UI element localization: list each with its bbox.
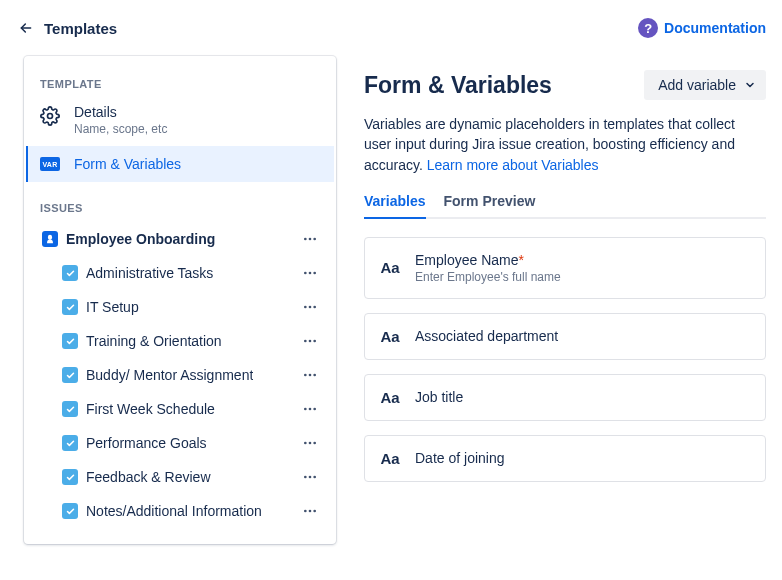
- task-icon: [62, 299, 78, 315]
- arrow-left-icon: [18, 20, 34, 36]
- svg-point-2: [304, 238, 307, 241]
- svg-point-13: [313, 340, 316, 343]
- text-type-icon: Aa: [379, 328, 401, 345]
- text-type-icon: Aa: [379, 259, 401, 276]
- task-icon: [62, 503, 78, 519]
- variable-card[interactable]: Aa Date of joining: [364, 435, 766, 482]
- more-horizontal-icon: [302, 503, 318, 519]
- svg-point-21: [309, 442, 312, 445]
- page-title: Templates: [44, 20, 117, 37]
- variable-card[interactable]: Aa Job title: [364, 374, 766, 421]
- variable-card[interactable]: Aa Associated department: [364, 313, 766, 360]
- svg-point-4: [313, 238, 316, 241]
- issue-child[interactable]: Performance Goals: [34, 426, 326, 460]
- variable-label: Job title: [415, 389, 463, 405]
- issue-parent[interactable]: Employee Onboarding: [34, 222, 326, 256]
- gear-icon: [40, 106, 60, 126]
- issue-child-label: Performance Goals: [86, 435, 207, 451]
- issue-child[interactable]: IT Setup: [34, 290, 326, 324]
- issue-parent-label: Employee Onboarding: [66, 231, 215, 247]
- issue-child-label: Notes/Additional Information: [86, 503, 262, 519]
- documentation-label: Documentation: [664, 20, 766, 36]
- variable-card[interactable]: Aa Employee Name* Enter Employee's full …: [364, 237, 766, 299]
- issue-child-label: Buddy/ Mentor Assignment: [86, 367, 253, 383]
- learn-more-link[interactable]: Learn more about Variables: [427, 157, 599, 173]
- main-title: Form & Variables: [364, 72, 552, 99]
- svg-point-20: [304, 442, 307, 445]
- svg-point-10: [313, 306, 316, 309]
- variable-label: Associated department: [415, 328, 558, 344]
- svg-point-24: [309, 476, 312, 479]
- svg-point-25: [313, 476, 316, 479]
- back-button[interactable]: Templates: [18, 20, 117, 37]
- more-horizontal-icon: [302, 401, 318, 417]
- issue-child[interactable]: Notes/Additional Information: [34, 494, 326, 528]
- svg-point-7: [313, 272, 316, 275]
- svg-point-6: [309, 272, 312, 275]
- more-actions-button[interactable]: [298, 431, 322, 455]
- more-actions-button[interactable]: [298, 499, 322, 523]
- svg-point-17: [304, 408, 307, 411]
- sidebar: TEMPLATE Details Name, scope, etc VAR Fo…: [24, 56, 336, 544]
- more-horizontal-icon: [302, 435, 318, 451]
- variable-hint: Enter Employee's full name: [415, 270, 561, 284]
- svg-point-12: [309, 340, 312, 343]
- sidebar-item-form-variables[interactable]: VAR Form & Variables: [26, 146, 334, 182]
- sidebar-item-details[interactable]: Details Name, scope, etc: [26, 98, 334, 146]
- main-content: Form & Variables Add variable Variables …: [364, 56, 766, 544]
- variable-label: Date of joining: [415, 450, 505, 466]
- svg-point-14: [304, 374, 307, 377]
- add-variable-label: Add variable: [658, 77, 736, 93]
- issue-child[interactable]: Administrative Tasks: [34, 256, 326, 290]
- more-horizontal-icon: [302, 367, 318, 383]
- text-type-icon: Aa: [379, 450, 401, 467]
- issue-child[interactable]: First Week Schedule: [34, 392, 326, 426]
- svg-point-27: [309, 510, 312, 513]
- description: Variables are dynamic placeholders in te…: [364, 114, 766, 175]
- text-type-icon: Aa: [379, 389, 401, 406]
- more-actions-button[interactable]: [298, 397, 322, 421]
- task-icon: [62, 401, 78, 417]
- svg-point-26: [304, 510, 307, 513]
- issue-child-label: Feedback & Review: [86, 469, 211, 485]
- svg-point-23: [304, 476, 307, 479]
- more-horizontal-icon: [302, 299, 318, 315]
- task-icon: [62, 435, 78, 451]
- svg-point-22: [313, 442, 316, 445]
- sidebar-section-issues: ISSUES: [26, 196, 334, 222]
- more-horizontal-icon: [302, 265, 318, 281]
- more-actions-button[interactable]: [298, 465, 322, 489]
- add-variable-button[interactable]: Add variable: [644, 70, 766, 100]
- tab-variables[interactable]: Variables: [364, 193, 426, 219]
- tab-form-preview[interactable]: Form Preview: [444, 193, 536, 219]
- svg-point-19: [313, 408, 316, 411]
- sidebar-form-variables-label: Form & Variables: [74, 156, 181, 172]
- sidebar-section-template: TEMPLATE: [26, 72, 334, 98]
- more-actions-button[interactable]: [298, 295, 322, 319]
- task-icon: [62, 333, 78, 349]
- svg-point-1: [48, 114, 53, 119]
- epic-icon: [42, 231, 58, 247]
- svg-point-5: [304, 272, 307, 275]
- issue-child-label: Administrative Tasks: [86, 265, 213, 281]
- issue-child[interactable]: Buddy/ Mentor Assignment: [34, 358, 326, 392]
- svg-point-9: [309, 306, 312, 309]
- task-icon: [62, 367, 78, 383]
- more-horizontal-icon: [302, 333, 318, 349]
- more-actions-button[interactable]: [298, 329, 322, 353]
- more-actions-button[interactable]: [298, 227, 322, 251]
- task-icon: [62, 469, 78, 485]
- svg-point-15: [309, 374, 312, 377]
- variable-badge-icon: VAR: [40, 157, 60, 171]
- required-indicator: *: [519, 252, 524, 268]
- issue-child-label: IT Setup: [86, 299, 139, 315]
- issue-child-label: Training & Orientation: [86, 333, 222, 349]
- more-actions-button[interactable]: [298, 363, 322, 387]
- documentation-link[interactable]: ? Documentation: [638, 18, 766, 38]
- task-icon: [62, 265, 78, 281]
- issue-child[interactable]: Training & Orientation: [34, 324, 326, 358]
- svg-point-8: [304, 306, 307, 309]
- more-horizontal-icon: [302, 469, 318, 485]
- issue-child[interactable]: Feedback & Review: [34, 460, 326, 494]
- more-actions-button[interactable]: [298, 261, 322, 285]
